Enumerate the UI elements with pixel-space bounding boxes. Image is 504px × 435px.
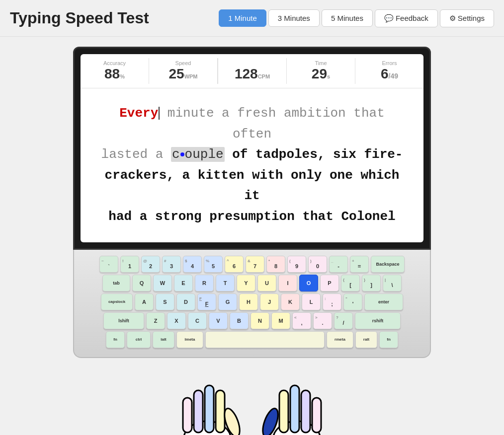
key-ctrl-left[interactable]: ctrl xyxy=(127,331,151,348)
key-alt-right[interactable]: ralt xyxy=(355,331,377,348)
key-backspace[interactable]: Backspace xyxy=(371,256,405,273)
key-minus[interactable]: _- xyxy=(329,256,348,273)
key-row-4: lshift Z X C V B N M <, >. ?/ rshift xyxy=(81,312,423,329)
key-8[interactable]: *8 xyxy=(266,256,285,273)
key-6[interactable]: ^6 xyxy=(225,256,244,273)
left-hand xyxy=(175,363,245,435)
key-l[interactable]: L xyxy=(302,293,321,310)
cpm-label xyxy=(218,60,286,66)
screen-inner: Accuracy 88% Speed 25WPM xyxy=(81,54,423,242)
key-c[interactable]: C xyxy=(188,312,207,329)
key-f[interactable]: FF xyxy=(197,293,216,310)
screen: Accuracy 88% Speed 25WPM xyxy=(73,47,431,250)
key-row-5: fn ctrl lalt lmeta rmeta ralt fn xyxy=(81,331,423,348)
word-every: Every xyxy=(119,106,158,121)
key-comma[interactable]: <, xyxy=(292,312,311,329)
key-backtick[interactable]: ~` xyxy=(99,256,118,273)
key-tab[interactable]: tab xyxy=(102,275,130,291)
key-row-3: capslock A S D FF G H J K L :; "' enter xyxy=(81,293,423,310)
key-enter[interactable]: enter xyxy=(364,293,403,310)
hands-container xyxy=(175,363,329,435)
feedback-button[interactable]: 💬Feedback xyxy=(375,9,438,27)
key-o[interactable]: O xyxy=(299,275,318,291)
key-lbracket[interactable]: {[ xyxy=(341,275,360,291)
key-meta-left[interactable]: lmeta xyxy=(176,331,203,348)
stat-speed: Speed 25WPM xyxy=(149,58,218,84)
stat-cpm: 128CPM xyxy=(218,58,287,84)
key-backslash[interactable]: |\ xyxy=(383,275,402,291)
key-5[interactable]: %5 xyxy=(204,256,223,273)
key-capslock[interactable]: capslock xyxy=(101,293,133,310)
keyboard-container: ~` !1 @2 #3 $4 %5 ^6 &7 *8 (9 )0 _- += B… xyxy=(73,250,431,358)
btn-3-minutes[interactable]: 3 Minutes xyxy=(268,9,320,27)
key-space[interactable] xyxy=(205,331,325,348)
stat-accuracy: Accuracy 88% xyxy=(81,58,149,84)
key-x[interactable]: X xyxy=(167,312,186,329)
key-quote[interactable]: "' xyxy=(343,293,362,310)
key-rbracket[interactable]: }] xyxy=(362,275,381,291)
speed-value: 25WPM xyxy=(168,66,197,81)
key-b[interactable]: B xyxy=(230,312,249,329)
time-label: Time xyxy=(287,60,355,66)
key-alt-left[interactable]: lalt xyxy=(153,331,174,348)
key-p[interactable]: P xyxy=(320,275,339,291)
accuracy-label: Accuracy xyxy=(81,60,149,66)
btn-5-minutes[interactable]: 5 Minutes xyxy=(322,9,373,27)
key-7[interactable]: &7 xyxy=(246,256,264,273)
key-j[interactable]: J xyxy=(260,293,279,310)
key-1[interactable]: !1 xyxy=(120,256,139,273)
key-g[interactable]: G xyxy=(218,293,237,310)
key-i[interactable]: I xyxy=(278,275,297,291)
settings-button[interactable]: ⚙Settings xyxy=(440,9,494,27)
svg-rect-7 xyxy=(279,390,288,433)
typing-line-2: lasted a couple of tadpoles, six fire- xyxy=(100,145,404,165)
key-semicolon[interactable]: :; xyxy=(323,293,341,310)
key-slash[interactable]: ?/ xyxy=(334,312,353,329)
key-k[interactable]: K xyxy=(281,293,300,310)
key-d[interactable]: D xyxy=(176,293,195,310)
key-z[interactable]: Z xyxy=(146,312,165,329)
key-m[interactable]: M xyxy=(271,312,290,329)
key-9[interactable]: (9 xyxy=(287,256,306,273)
key-equals[interactable]: += xyxy=(350,256,369,273)
chat-icon: 💬 xyxy=(384,14,394,22)
app-title: Typing Speed Test xyxy=(10,9,219,27)
keyboard: ~` !1 @2 #3 $4 %5 ^6 &7 *8 (9 )0 _- += B… xyxy=(81,256,423,348)
time-value: 29s xyxy=(312,66,330,81)
speed-label: Speed xyxy=(149,60,217,66)
key-y[interactable]: Y xyxy=(237,275,255,291)
key-fn-right[interactable]: fn xyxy=(379,331,398,348)
key-period[interactable]: >. xyxy=(313,312,332,329)
btn-1-minute[interactable]: 1 Minute xyxy=(219,9,266,27)
key-u[interactable]: U xyxy=(257,275,276,291)
key-3[interactable]: #3 xyxy=(162,256,181,273)
key-q[interactable]: Q xyxy=(132,275,151,291)
key-2[interactable]: @2 xyxy=(141,256,160,273)
nav-buttons: 1 Minute 3 Minutes 5 Minutes 💬Feedback ⚙… xyxy=(219,9,494,27)
cpm-value: 128CPM xyxy=(235,66,270,81)
key-v[interactable]: V xyxy=(209,312,228,329)
key-fn[interactable]: fn xyxy=(106,331,125,348)
key-shift-left[interactable]: lshift xyxy=(103,312,144,329)
key-t[interactable]: T xyxy=(216,275,235,291)
right-hand xyxy=(259,363,329,435)
typing-area[interactable]: Every minute a fresh ambition that often… xyxy=(81,88,423,242)
key-e[interactable]: E xyxy=(174,275,193,291)
key-4[interactable]: $4 xyxy=(183,256,202,273)
stats-bar: Accuracy 88% Speed 25WPM xyxy=(81,54,423,88)
key-s[interactable]: S xyxy=(156,293,174,310)
svg-rect-3 xyxy=(205,385,214,433)
laptop-container: Accuracy 88% Speed 25WPM xyxy=(73,47,431,358)
key-meta-right[interactable]: rmeta xyxy=(327,331,353,348)
typing-line-3: crackers, a kitten with only one which i… xyxy=(100,165,404,207)
errors-value: 6/49 xyxy=(381,66,398,81)
key-h[interactable]: H xyxy=(239,293,258,310)
key-a[interactable]: A xyxy=(135,293,154,310)
svg-rect-1 xyxy=(183,398,192,433)
key-shift-right[interactable]: rshift xyxy=(355,312,401,329)
key-0[interactable]: )0 xyxy=(308,256,327,273)
key-r[interactable]: R xyxy=(195,275,214,291)
key-w[interactable]: W xyxy=(153,275,172,291)
key-row-1: ~` !1 @2 #3 $4 %5 ^6 &7 *8 (9 )0 _- += B… xyxy=(81,256,423,273)
key-n[interactable]: N xyxy=(251,312,269,329)
